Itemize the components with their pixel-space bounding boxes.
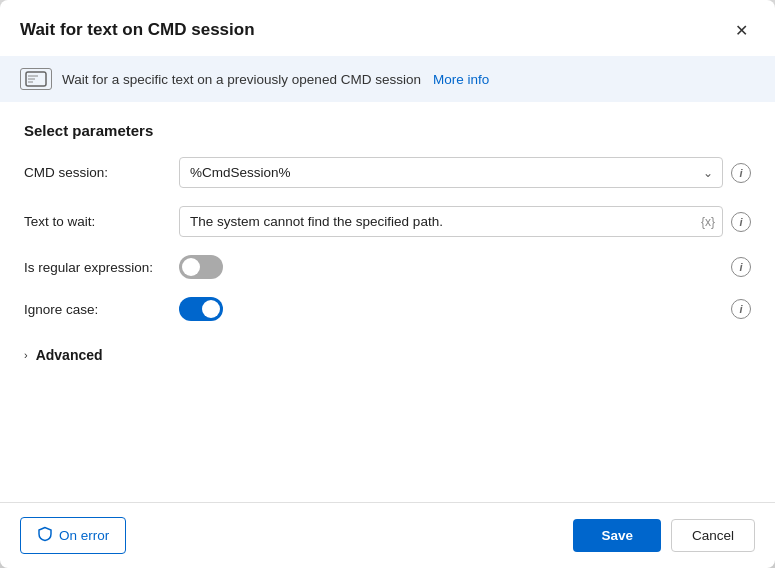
is-regular-expression-label: Is regular expression:: [24, 260, 179, 275]
text-to-wait-label: Text to wait:: [24, 214, 179, 229]
text-to-wait-control: {x} i: [179, 206, 751, 237]
toggle-track-off: [179, 255, 223, 279]
variable-button[interactable]: {x}: [701, 215, 715, 229]
footer-actions: Save Cancel: [573, 519, 755, 552]
text-to-wait-info-icon[interactable]: i: [731, 212, 751, 232]
is-regular-expression-control: i: [179, 255, 751, 279]
footer: On error Save Cancel: [0, 502, 775, 568]
is-regular-expression-toggle[interactable]: [179, 255, 223, 279]
close-button[interactable]: ✕: [727, 16, 755, 44]
main-content: Select parameters CMD session: %CmdSessi…: [0, 102, 775, 502]
cmd-session-row: CMD session: %CmdSession% ⌄ i: [24, 157, 751, 188]
ignore-case-control: i: [179, 297, 751, 321]
dialog-title: Wait for text on CMD session: [20, 20, 255, 40]
is-regular-expression-info-icon[interactable]: i: [731, 257, 751, 277]
ignore-case-label: Ignore case:: [24, 302, 179, 317]
cmd-session-select[interactable]: %CmdSession%: [179, 157, 723, 188]
cmd-session-control: %CmdSession% ⌄ i: [179, 157, 751, 188]
title-bar: Wait for text on CMD session ✕: [0, 0, 775, 56]
toggle-thumb-on: [202, 300, 220, 318]
cmd-session-info-icon[interactable]: i: [731, 163, 751, 183]
ignore-case-info-icon[interactable]: i: [731, 299, 751, 319]
text-to-wait-row: Text to wait: {x} i: [24, 206, 751, 237]
toggle-thumb: [182, 258, 200, 276]
dialog: Wait for text on CMD session ✕ Wait for …: [0, 0, 775, 568]
banner-icon: [20, 68, 52, 90]
text-to-wait-input-wrapper: {x}: [179, 206, 723, 237]
cmd-session-select-wrapper: %CmdSession% ⌄: [179, 157, 723, 188]
cancel-button[interactable]: Cancel: [671, 519, 755, 552]
banner-text: Wait for a specific text on a previously…: [62, 72, 421, 87]
save-button[interactable]: Save: [573, 519, 661, 552]
advanced-label: Advanced: [36, 347, 103, 363]
ignore-case-row: Ignore case: i: [24, 297, 751, 321]
section-title: Select parameters: [24, 122, 751, 139]
on-error-label: On error: [59, 528, 109, 543]
more-info-link[interactable]: More info: [433, 72, 489, 87]
cmd-session-label: CMD session:: [24, 165, 179, 180]
advanced-chevron-icon: ›: [24, 349, 28, 361]
ignore-case-toggle[interactable]: [179, 297, 223, 321]
on-error-button[interactable]: On error: [20, 517, 126, 554]
is-regular-expression-row: Is regular expression: i: [24, 255, 751, 279]
text-to-wait-input[interactable]: [179, 206, 723, 237]
advanced-row[interactable]: › Advanced: [24, 339, 751, 371]
shield-icon: [37, 526, 53, 545]
info-banner: Wait for a specific text on a previously…: [0, 56, 775, 102]
toggle-track-on: [179, 297, 223, 321]
